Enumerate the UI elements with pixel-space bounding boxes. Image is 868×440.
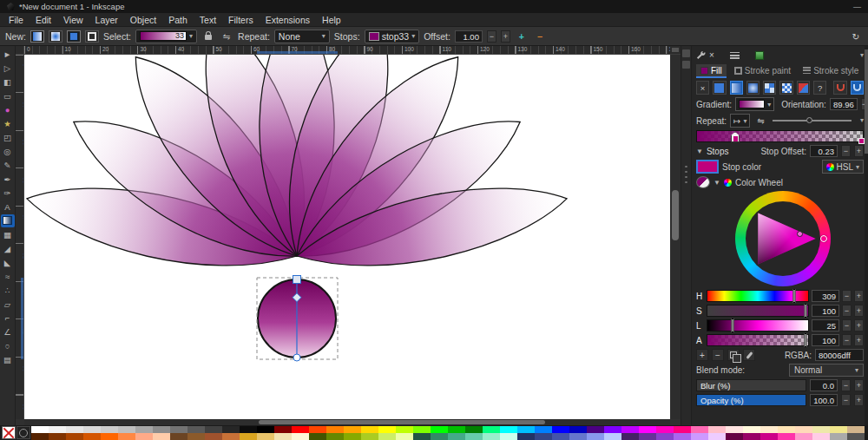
palette-swatch[interactable] [83,426,101,433]
palette-swatch[interactable] [552,426,569,433]
palette-swatch[interactable] [587,433,604,440]
slider-l[interactable] [707,319,809,332]
palette-swatch[interactable] [743,433,760,440]
tool-text[interactable]: A [1,200,15,213]
tool-star[interactable]: ★ [1,117,15,130]
palette-swatch[interactable] [326,433,344,440]
tool-mesh[interactable]: ▦ [1,228,15,241]
palette-swatch[interactable] [674,426,691,433]
palette-swatch[interactable] [274,426,292,433]
palette-swatch[interactable] [483,433,500,440]
lock-gradient-button[interactable] [201,30,215,43]
apply-to-stroke-button[interactable] [85,30,99,43]
horizontal-ruler[interactable]: 0102030405060708090100110120130140150160… [24,46,670,55]
palette-swatch[interactable] [361,433,378,440]
scrollbar-corner-button[interactable] [670,46,681,55]
reverse-gradient-button[interactable]: ⇋ [220,30,233,43]
menu-path[interactable]: Path [162,15,194,25]
snap-rotate-icon[interactable]: ↻ [849,30,863,43]
tool-eraser[interactable]: ▱ [1,298,15,311]
dock-options-icon[interactable] [682,61,690,69]
palette-swatch[interactable] [448,433,465,440]
palette-swatch[interactable] [326,426,344,433]
tool-gradient[interactable] [1,214,15,227]
menu-file[interactable]: File [3,15,30,25]
stops-expander-icon[interactable]: ▼ [696,148,703,155]
palette-swatch[interactable] [153,426,170,433]
palette-swatch[interactable] [587,426,604,433]
palette-swatch[interactable] [135,433,153,440]
gradient-end-handle[interactable] [293,354,300,361]
gradient-select-dropdown[interactable]: 33 ▾ [135,30,197,43]
palette-swatch[interactable] [257,426,274,433]
color-selector-dot[interactable] [797,231,803,237]
palette-swatch[interactable] [569,426,587,433]
palette-swatch[interactable] [465,426,483,433]
horizontal-scrollbar-thumb[interactable] [259,420,545,424]
palette-swatch[interactable] [240,426,257,433]
palette-swatch[interactable] [431,426,448,433]
slider-l-increment-button[interactable]: + [854,319,864,332]
gradient-start-handle[interactable] [293,276,301,284]
palette-swatch[interactable] [83,433,101,440]
palette-swatch[interactable] [222,426,240,433]
palette-swatch[interactable] [396,433,413,440]
slider-value-l[interactable]: 25 [812,319,839,332]
new-radial-gradient-button[interactable] [49,30,62,43]
tool-rectangle[interactable]: ▭ [1,89,15,102]
tool-measure[interactable]: ∠ [1,325,15,338]
palette-swatch[interactable] [847,426,865,433]
slider-s[interactable] [707,305,809,317]
tool-selector[interactable]: ► [1,48,15,61]
palette-swatch[interactable] [760,426,778,433]
repeat-dropdown[interactable]: None ▾ [274,30,330,43]
paint-unknown-button[interactable]: ? [813,81,826,95]
slider-handle[interactable] [804,333,806,347]
menu-object[interactable]: Object [124,15,162,25]
menu-view[interactable]: View [57,15,89,25]
blur-input[interactable]: 0.0 [810,379,838,391]
palette-swatch[interactable] [569,433,587,440]
panel-scrollbar-thumb[interactable] [865,49,868,154]
tool-pen[interactable]: ✒ [1,173,15,186]
pick-color-button[interactable] [743,349,755,361]
palette-swatch[interactable] [135,426,153,433]
offset-increment-button[interactable]: + [501,30,510,43]
tool-pencil[interactable]: ✎ [1,159,15,172]
tool-box3d[interactable]: ◰ [1,131,15,144]
palette-swatch[interactable] [639,433,656,440]
palette-swatch[interactable] [344,433,361,440]
rgba-input[interactable]: 80006dff [815,349,864,361]
slider-h[interactable] [707,290,809,302]
palette-swatch[interactable] [830,426,847,433]
paint-none-button[interactable]: × [696,81,709,95]
palette-swatch[interactable] [795,426,812,433]
palette-swatch[interactable] [552,433,569,440]
slider-a-decrement-button[interactable]: − [842,334,852,346]
palette-swatch[interactable] [656,426,674,433]
palette-swatch[interactable] [847,433,865,440]
gradient-stop-bar[interactable] [696,130,864,142]
palette-swatch[interactable] [726,433,743,440]
tool-spray[interactable]: ∴ [1,284,15,297]
horizontal-scrollbar[interactable] [24,419,670,425]
palette-swatch[interactable] [31,426,49,433]
slider-handle[interactable] [792,289,795,303]
palette-swatch[interactable] [500,433,517,440]
tool-ellipse[interactable]: ● [1,103,15,116]
color-mode-dropdown[interactable]: HSL ▾ [822,160,864,174]
palette-swatch[interactable] [708,426,726,433]
palette-swatch[interactable] [830,433,847,440]
slider-a[interactable] [707,334,809,346]
color-wheel-widget[interactable] [696,191,864,288]
palette-swatch[interactable] [205,433,222,440]
palette-swatch[interactable] [726,426,743,433]
tool-spiral[interactable]: ◎ [1,145,15,158]
slider-value-h[interactable]: 309 [812,290,839,302]
palette-swatch[interactable] [413,433,431,440]
menu-text[interactable]: Text [194,15,222,25]
palette-swatch[interactable] [31,433,49,440]
remove-stop-button[interactable]: − [712,349,724,361]
stops-dropdown[interactable]: stop33 ▾ [365,30,420,43]
color-wheel-expander-icon[interactable]: ▼ [713,179,720,187]
